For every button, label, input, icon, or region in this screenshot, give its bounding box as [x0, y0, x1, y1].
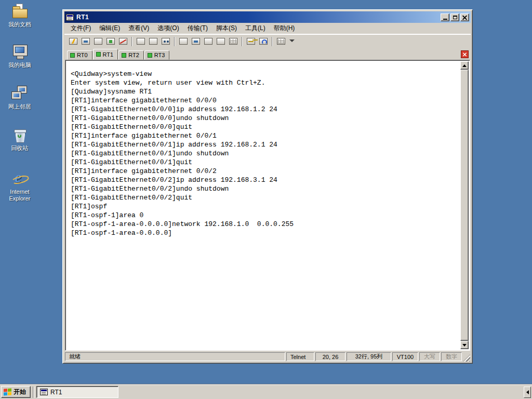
status-caps-lock: 大写 [419, 352, 440, 361]
menu-script[interactable]: 脚本(S) [212, 23, 241, 34]
status-num-lock: 数字 [441, 352, 462, 361]
scrollbar-up-button[interactable] [460, 61, 469, 70]
scrollbar-thumb[interactable] [460, 70, 469, 341]
desktop-icon-internet-explorer[interactable]: Internet Explorer [0, 170, 39, 202]
arrow-down-icon [462, 344, 467, 347]
receive-file-icon[interactable] [215, 35, 227, 47]
paste-icon[interactable] [147, 35, 159, 47]
desktop-icon-network-places[interactable]: 网上邻居 [0, 85, 39, 110]
minimize-button[interactable] [441, 14, 449, 21]
tab-rt2[interactable]: RT2 [118, 50, 144, 60]
tab-label: RT0 [77, 52, 88, 58]
status-protocol: Telnet [286, 352, 314, 361]
session-connected-icon [70, 53, 75, 58]
desktop-icon-label: 网上邻居 [0, 103, 39, 110]
print-icon[interactable] [177, 35, 190, 47]
disconnect-icon[interactable] [117, 35, 129, 47]
recycle-bin-icon [11, 127, 29, 143]
cascade-windows-icon[interactable] [275, 35, 287, 47]
clone-session-icon[interactable] [92, 35, 104, 47]
terminal-app-icon [66, 14, 74, 21]
taskbar: 开始 RT1 [0, 384, 532, 399]
start-button[interactable]: 开始 [1, 386, 31, 398]
network-places-icon [11, 85, 29, 102]
desktop-icon-label: 回收站 [0, 145, 39, 152]
status-cursor-position: 20, 26 [315, 352, 345, 361]
status-ready: 就绪 [65, 352, 285, 361]
desktop-icon-label: 我的电脑 [0, 62, 39, 69]
help-icon[interactable] [257, 35, 270, 47]
close-tab-button[interactable] [461, 50, 469, 58]
status-terminal-size: 32行, 95列 [347, 352, 391, 361]
toolbar [64, 34, 471, 48]
terminal-app-icon [40, 389, 48, 395]
arrow-up-icon [462, 64, 467, 67]
tray-collapse-button[interactable] [524, 387, 531, 398]
menu-options[interactable]: 选项(O) [153, 23, 183, 34]
copy-icon[interactable] [135, 35, 147, 47]
session-options-icon[interactable] [227, 35, 240, 47]
my-computer-icon [11, 44, 29, 60]
taskbar-task-rt1[interactable]: RT1 [36, 386, 118, 398]
desktop: 我的文档 我的电脑 网上邻居 回收站 Internet Explorer RT1… [0, 0, 532, 399]
internet-explorer-icon [11, 170, 29, 187]
windows-logo-icon [4, 388, 11, 395]
connect-icon[interactable] [79, 35, 92, 47]
close-button[interactable] [460, 14, 469, 21]
taskbar-divider [33, 387, 34, 398]
resize-grip[interactable] [463, 354, 470, 362]
desktop-icon-label: Internet Explorer [0, 189, 39, 202]
my-documents-icon [11, 3, 29, 20]
session-connected-icon [148, 53, 152, 58]
menu-bar: 文件(F) 编辑(E) 查看(V) 选项(O) 传输(T) 脚本(S) 工具(L… [64, 23, 471, 34]
toolbar-separator [174, 37, 175, 46]
tab-rt0[interactable]: RT0 [67, 50, 92, 60]
terminal-output[interactable]: <Quidway>system-view Enter system view, … [66, 61, 460, 349]
reconnect-icon[interactable] [104, 35, 117, 47]
tab-label: RT3 [154, 52, 165, 58]
menu-transfer[interactable]: 传输(T) [183, 23, 212, 34]
arrow-left-icon [526, 390, 529, 394]
desktop-icon-my-computer[interactable]: 我的电脑 [0, 44, 39, 69]
session-connected-icon [122, 53, 126, 58]
menu-help[interactable]: 帮助(H) [270, 23, 299, 34]
file-transfer-icon[interactable] [190, 35, 202, 47]
toolbar-separator [131, 37, 132, 46]
desktop-icon-recycle-bin[interactable]: 回收站 [0, 127, 39, 152]
status-bar: 就绪 Telnet 20, 26 32行, 95列 VT100 大写 数字 [64, 351, 471, 362]
menu-tools[interactable]: 工具(L) [241, 23, 270, 34]
maximize-button[interactable] [450, 14, 459, 21]
scrollbar-down-button[interactable] [460, 341, 469, 349]
toolbar-separator [272, 37, 273, 46]
terminal-area: <Quidway>system-view Enter system view, … [65, 60, 470, 351]
desktop-icon-my-documents[interactable]: 我的文档 [0, 3, 39, 28]
tab-label: RT1 [103, 51, 114, 58]
tab-rt1[interactable]: RT1 [93, 49, 118, 60]
status-emulation: VT100 [392, 352, 418, 361]
menu-file[interactable]: 文件(F) [66, 23, 95, 34]
session-tab-bar: RT0 RT1 RT2 RT3 [64, 48, 471, 60]
desktop-icon-label: 我的文档 [0, 21, 39, 28]
toolbar-overflow-icon[interactable] [289, 39, 295, 43]
terminal-window: RT1 文件(F) 编辑(E) 查看(V) 选项(O) 传输(T) 脚本(S) … [62, 9, 473, 364]
tab-label: RT2 [128, 52, 139, 58]
session-connected-icon [96, 52, 101, 57]
tab-rt3[interactable]: RT3 [144, 50, 170, 60]
menu-view[interactable]: 查看(V) [124, 23, 153, 34]
start-label: 开始 [14, 388, 26, 396]
quick-connect-icon[interactable] [67, 35, 79, 47]
find-icon[interactable] [159, 35, 172, 47]
scrollbar-track[interactable] [460, 61, 469, 349]
toolbar-separator [242, 37, 243, 46]
key-agent-icon[interactable] [245, 35, 257, 47]
window-title: RT1 [76, 14, 440, 21]
window-titlebar[interactable]: RT1 [64, 11, 471, 23]
menu-edit[interactable]: 编辑(E) [95, 23, 124, 34]
task-label: RT1 [50, 389, 62, 396]
send-file-icon[interactable] [202, 35, 215, 47]
